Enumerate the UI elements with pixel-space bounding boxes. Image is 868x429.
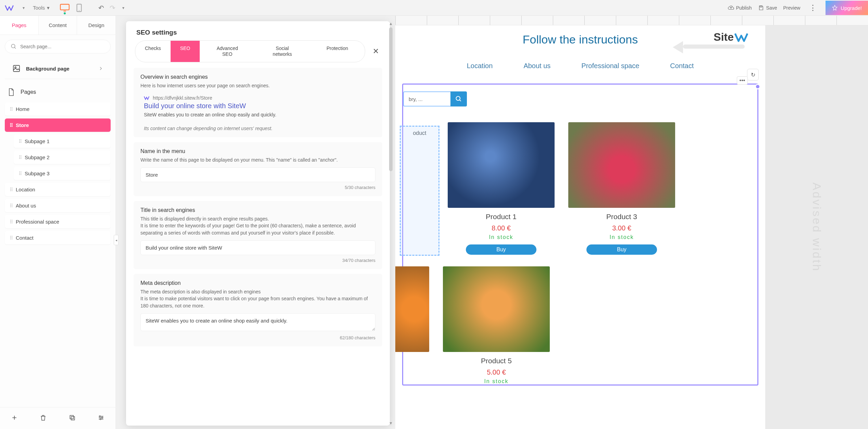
menu-name-input[interactable]: Store: [140, 167, 375, 182]
meta-description-input[interactable]: [140, 313, 375, 331]
delete-page-button[interactable]: [40, 414, 47, 422]
picture-icon: [12, 64, 21, 73]
page-item-subpage-1[interactable]: ⠿Subpage 1: [14, 135, 111, 148]
sidebar-tab-pages[interactable]: Pages: [0, 16, 39, 35]
product-image: [395, 266, 429, 352]
nav-link-about[interactable]: About us: [523, 62, 550, 70]
sidebar-footer: [0, 407, 115, 429]
preview-button[interactable]: Preview: [783, 5, 800, 11]
menu-name-card: Name in the menu Write the name of this …: [134, 142, 382, 196]
product-stock: In stock: [568, 234, 675, 240]
page-item-professional[interactable]: ⠿Professional space: [5, 215, 111, 228]
drag-handle-icon[interactable]: ⠿: [10, 106, 12, 112]
serp-title: Build your online store with SiteW: [144, 102, 375, 110]
serp-url: https://dfvnjkkl.sitew.fr/Store: [153, 95, 212, 101]
block-reload-button[interactable]: ↻: [747, 69, 759, 80]
search-pages-input[interactable]: [20, 44, 105, 49]
seo-tabs: Checks SEO AdvancedSEO Socialnetworks Pr…: [135, 40, 365, 62]
page-item-home[interactable]: ⠿Home: [5, 102, 111, 116]
nav-link-location[interactable]: Location: [467, 62, 493, 70]
page-item-subpage-2[interactable]: ⠿Subpage 2: [14, 151, 111, 164]
buy-button[interactable]: Buy: [586, 244, 657, 255]
svg-rect-8: [71, 416, 74, 420]
drag-handle-icon[interactable]: ⠿: [18, 139, 21, 144]
drag-handle-icon[interactable]: ⠿: [18, 171, 21, 176]
logo-menu-chevron-icon[interactable]: ▾: [21, 5, 26, 10]
seo-tab-social[interactable]: Socialnetworks: [255, 41, 310, 62]
sidebar-tab-design[interactable]: Design: [77, 16, 115, 35]
svg-rect-0: [60, 4, 69, 10]
desktop-view-button[interactable]: [59, 3, 70, 12]
chevron-right-icon: [98, 66, 103, 71]
pages-heading: Pages: [0, 79, 115, 100]
seo-tab-seo[interactable]: SEO: [171, 41, 200, 62]
settings-sliders-button[interactable]: [98, 414, 104, 422]
add-page-button[interactable]: [11, 414, 18, 422]
floppy-icon: [758, 5, 764, 11]
seo-tab-advanced[interactable]: AdvancedSEO: [200, 41, 255, 62]
store-block[interactable]: ↻ ••• oduct Product 1 8.00 €: [402, 84, 758, 386]
page-item-store[interactable]: ⠿Store: [5, 118, 111, 132]
meta-card: Meta description The meta description is…: [134, 274, 382, 346]
drag-handle-icon[interactable]: ⠿: [18, 155, 21, 160]
svg-point-4: [11, 44, 15, 48]
page-item-location[interactable]: ⠿Location: [5, 183, 111, 196]
page-item-subpage-3[interactable]: ⠿Subpage 3: [14, 167, 111, 180]
drag-handle-icon[interactable]: ⠿: [10, 235, 12, 241]
seo-panel-title: SEO settings: [136, 29, 380, 36]
nav-link-professional[interactable]: Professional space: [581, 62, 639, 70]
product-card-partial[interactable]: [395, 266, 429, 384]
seo-tab-checks[interactable]: Checks: [135, 41, 171, 62]
title-input[interactable]: Build your online store with SiteW: [140, 240, 375, 255]
product-image: [568, 122, 675, 208]
seo-panel-body[interactable]: Overview in search engines Here is how i…: [126, 62, 390, 426]
seo-tab-protection[interactable]: Protection: [310, 41, 365, 62]
tools-label: Tools: [33, 5, 45, 11]
title-card: Title in search engines This title is di…: [134, 201, 382, 269]
history-menu-chevron-icon[interactable]: ▾: [121, 5, 126, 10]
page-preview[interactable]: Site Follow the instructions Location Ab…: [395, 25, 765, 429]
duplicate-page-button[interactable]: [69, 414, 76, 422]
undo-button[interactable]: ↶: [98, 4, 104, 12]
sidebar-tab-content[interactable]: Content: [39, 16, 77, 35]
store-search-button[interactable]: [450, 91, 467, 106]
nav-link-contact[interactable]: Contact: [670, 62, 694, 70]
app-logo[interactable]: [4, 3, 14, 13]
store-search-input[interactable]: [403, 91, 450, 106]
drag-handle-icon[interactable]: ⠿: [10, 123, 12, 128]
product-price: 5.00 €: [443, 368, 550, 376]
product-card[interactable]: Product 3 3.00 € In stock Buy: [568, 122, 675, 255]
more-menu-button[interactable]: ⋮: [806, 3, 819, 12]
publish-button[interactable]: Publish: [728, 5, 752, 11]
upgrade-button[interactable]: Upgrade!: [826, 1, 868, 15]
drag-handle-icon[interactable]: ⠿: [10, 187, 12, 192]
background-page-row[interactable]: Background page: [5, 58, 111, 79]
product-name: Product 5: [443, 357, 550, 365]
buy-button[interactable]: Buy: [466, 244, 536, 255]
product-card[interactable]: Product 1 8.00 € In stock Buy: [448, 122, 555, 255]
drag-handle-icon[interactable]: ⠿: [10, 203, 12, 209]
block-options-button[interactable]: •••: [737, 76, 748, 85]
page-item-about[interactable]: ⠿About us: [5, 199, 111, 212]
product-card[interactable]: Product 5 5.00 € In stock: [443, 266, 550, 384]
product-dropzone[interactable]: oduct: [400, 126, 439, 256]
close-panel-button[interactable]: ✕: [371, 45, 381, 58]
search-pages-box[interactable]: [5, 40, 111, 53]
product-name: Product 1: [448, 213, 555, 221]
pages-list: ⠿Home ⠿Store ⠿Subpage 1 ⠿Subpage 2 ⠿Subp…: [0, 100, 115, 249]
mobile-view-button[interactable]: [74, 3, 85, 12]
drag-handle-icon[interactable]: ⠿: [10, 219, 12, 225]
star-icon: [832, 5, 838, 11]
block-resize-handle[interactable]: [755, 84, 760, 89]
page-icon: [8, 88, 15, 96]
svg-point-10: [102, 417, 103, 418]
redo-button[interactable]: ↷: [110, 4, 115, 12]
page-item-contact[interactable]: ⠿Contact: [5, 231, 111, 244]
product-name: Product 3: [568, 213, 675, 221]
search-icon: [455, 96, 462, 102]
tools-menu[interactable]: Tools ▾: [33, 5, 50, 11]
canvas-area[interactable]: Site Follow the instructions Location Ab…: [395, 16, 868, 429]
svg-point-2: [79, 10, 79, 11]
svg-point-11: [100, 418, 101, 419]
save-button[interactable]: Save: [758, 5, 777, 11]
